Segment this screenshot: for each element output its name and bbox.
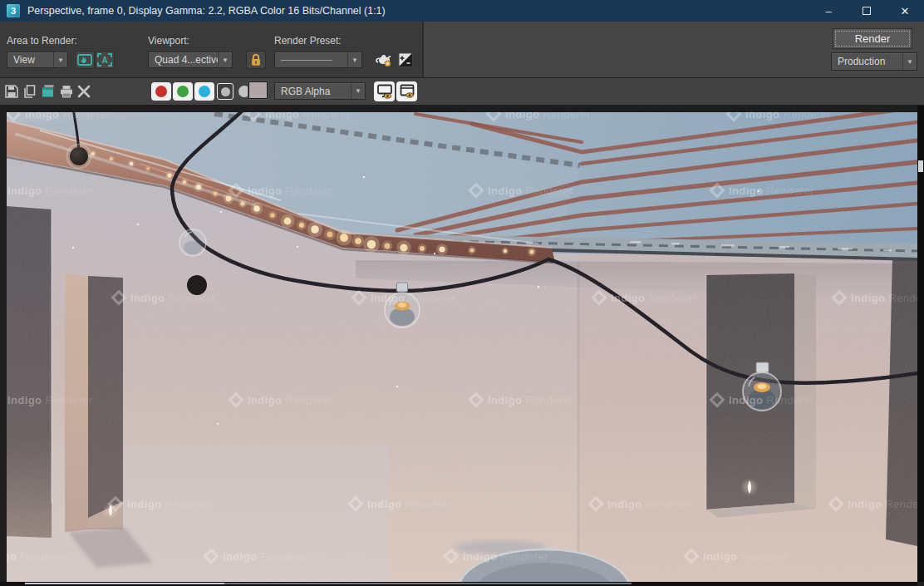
render-viewport: Indigo RendererIndigo RendererIndigo Ren…: [0, 106, 924, 586]
rendered-image: Indigo RendererIndigo RendererIndigo Ren…: [7, 112, 917, 582]
chevron-down-icon: ▼: [53, 52, 67, 67]
save-icon: [4, 84, 19, 99]
vertical-scrollbar-thumb[interactable]: [918, 160, 923, 172]
minimize-button[interactable]: –: [809, 0, 848, 22]
mono-channel-icon: [221, 87, 230, 96]
maximize-button[interactable]: [848, 0, 886, 22]
panel-eye-icon: [399, 83, 415, 100]
render-preset-label: Render Preset:: [274, 35, 342, 47]
monochrome-channel-button[interactable]: [217, 83, 233, 100]
blue-channel-button[interactable]: [194, 82, 214, 101]
toolbar-eye-toggle-button[interactable]: [374, 81, 395, 101]
area-to-render-label: Area to Render:: [7, 35, 77, 47]
red-channel-button[interactable]: [151, 82, 171, 101]
auto-region-icon: A: [96, 52, 113, 67]
render-toolbar: Area to Render: View ▼ A Viewport: Quad …: [0, 22, 924, 78]
lock-icon: [249, 52, 263, 67]
monitor-eye-icon: [376, 83, 393, 100]
auto-region-button[interactable]: A: [95, 51, 115, 69]
exposure-control-button[interactable]: [396, 51, 415, 69]
clone-window-icon: [41, 84, 56, 99]
film-grain: [7, 112, 917, 582]
copy-image-button[interactable]: [22, 84, 37, 99]
green-channel-button[interactable]: [173, 82, 193, 101]
display-channel-dropdown[interactable]: RGB Alpha ▼: [274, 82, 366, 100]
panel-eye-toggle-button[interactable]: [396, 81, 417, 101]
render-setup-teapot-icon: [375, 52, 393, 68]
chevron-down-icon: ▼: [902, 53, 917, 70]
save-image-button[interactable]: [4, 84, 19, 99]
pan-region-icon: [76, 52, 93, 67]
print-image-button[interactable]: [59, 84, 74, 99]
title-bar: 3 Perspective, frame 0, Display Gamma: 2…: [0, 0, 924, 22]
window-title: Perspective, frame 0, Display Gamma: 2.2…: [27, 5, 386, 17]
image-toolbar: RGB Alpha ▼: [0, 78, 924, 106]
clone-rendered-frame-button[interactable]: [41, 84, 56, 99]
render-setup-button[interactable]: [374, 51, 394, 69]
scrollbar-highlight: [25, 583, 224, 584]
copy-icon: [22, 84, 37, 99]
horizontal-scrollbar[interactable]: [0, 582, 917, 586]
render-button[interactable]: Render: [833, 28, 912, 49]
red-channel-icon: [155, 86, 167, 97]
chevron-down-icon: ▼: [218, 52, 232, 67]
viewport-lock-button[interactable]: [246, 51, 266, 69]
maximize-icon: [863, 7, 871, 15]
render-preset-dropdown[interactable]: ▼: [274, 52, 362, 68]
pan-region-button[interactable]: [75, 51, 95, 69]
3dsmax-icon: 3: [7, 4, 20, 17]
vertical-scrollbar[interactable]: [917, 106, 924, 582]
empty-preset-line: [281, 60, 332, 61]
print-icon: [59, 84, 74, 99]
viewport-label: Viewport:: [148, 35, 189, 47]
window-controls: – ✕: [809, 0, 924, 22]
rendered-frame-window: 3 Perspective, frame 0, Display Gamma: 2…: [0, 0, 924, 586]
blue-channel-icon: [199, 86, 210, 97]
scrollbar-track-segment: [224, 583, 632, 584]
exposure-control-icon: [398, 52, 413, 67]
green-channel-icon: [177, 86, 189, 97]
chevron-down-icon: ▼: [351, 83, 365, 99]
viewport-dropdown[interactable]: Quad 4...ective ▼: [148, 52, 233, 68]
svg-text:A: A: [101, 56, 107, 65]
clear-x-icon: [76, 84, 91, 99]
area-to-render-dropdown[interactable]: View ▼: [7, 52, 68, 68]
render-mode-dropdown[interactable]: Production ▼: [831, 52, 917, 71]
clear-image-button[interactable]: [76, 84, 91, 99]
close-button[interactable]: ✕: [886, 0, 924, 22]
chevron-down-icon: ▼: [347, 52, 361, 67]
background-color-swatch[interactable]: [248, 81, 268, 99]
